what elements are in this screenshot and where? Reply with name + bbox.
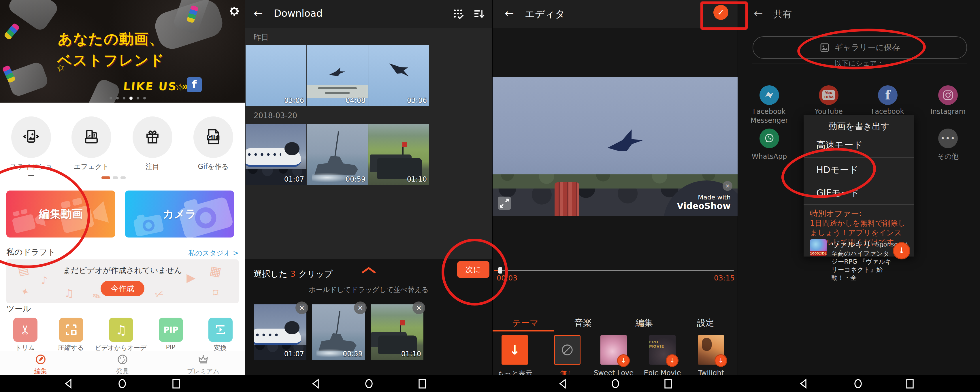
facebook-icon[interactable]: f xyxy=(187,77,202,92)
tab-edit[interactable]: 編集 xyxy=(18,354,64,376)
theme-epic-movie[interactable]: EPIC MOVIE ↓ xyxy=(649,335,676,365)
shortcut-slideshow[interactable]: スライドショー xyxy=(6,116,56,180)
nav-back-button[interactable] xyxy=(63,378,74,389)
share-youtube-icon[interactable]: YouTube xyxy=(819,85,838,105)
banner-title-line1: あなたの動画、 xyxy=(10,29,212,49)
slideshow-icon xyxy=(22,127,40,147)
nav-home-button[interactable] xyxy=(116,378,128,389)
video-thumbnail[interactable]: 00:59 xyxy=(307,124,368,185)
tool-convert[interactable] xyxy=(208,318,232,342)
back-arrow-icon[interactable]: ← xyxy=(254,7,263,20)
shortcut-effects[interactable]: エフェクト xyxy=(67,116,116,171)
my-studio-link[interactable]: 私のスタジオ > xyxy=(188,249,239,258)
video-thumbnail[interactable]: 01:10 xyxy=(368,124,429,185)
nav-recents-button[interactable] xyxy=(904,378,916,389)
fullscreen-icon[interactable] xyxy=(498,197,511,210)
selected-count: 3 xyxy=(287,269,298,279)
ad-badge: 1000万DL xyxy=(810,251,827,256)
active-tab-underline xyxy=(493,330,554,331)
theme-download-badge[interactable]: ↓ xyxy=(714,354,727,367)
share-whatsapp-icon[interactable] xyxy=(759,129,779,148)
tab-discover[interactable]: 発見 xyxy=(99,354,146,376)
menu-item-fast-mode[interactable]: 高速モード xyxy=(816,139,863,151)
video-thumbnail[interactable]: 01:07 xyxy=(246,124,306,185)
selected-clip[interactable]: 01:07 × xyxy=(254,304,306,360)
tool-pip[interactable]: PIP xyxy=(159,318,183,342)
edit-video-button[interactable]: 編集動画 xyxy=(6,191,115,237)
bottom-tab-bar: 編集 発見 プレミアム xyxy=(0,351,245,375)
nav-back-button[interactable] xyxy=(798,378,809,389)
video-preview[interactable]: × Made with VideoShow xyxy=(493,77,738,216)
selected-clip[interactable]: 01:10 × xyxy=(371,304,423,360)
menu-item-gif-mode[interactable]: GIFモード xyxy=(816,187,859,199)
theme-more[interactable]: ↓ xyxy=(501,335,528,365)
shortcut-featured[interactable]: 注目 xyxy=(128,116,177,171)
share-facebook-icon[interactable]: f xyxy=(878,85,897,105)
like-us-text: LIKE US » xyxy=(123,80,190,93)
collapse-chevron-icon[interactable] xyxy=(361,267,376,275)
create-now-button[interactable]: 今作成 xyxy=(100,281,145,296)
nav-home-button[interactable] xyxy=(852,378,864,389)
selected-clips-sheet: 選択した3クリップ 次に ホールドしてドラッグして並べ替える 01:07 × 0… xyxy=(245,259,492,375)
promo-banner[interactable]: ☆ ☆ あなたの動画、 ベストフレンド LIKE US » f xyxy=(0,0,245,103)
tool-video-to-audio[interactable]: ♫ xyxy=(109,318,133,342)
remove-clip-button[interactable]: × xyxy=(296,301,308,314)
tab-premium[interactable]: プレミアム xyxy=(180,354,226,376)
watermark-close-icon[interactable]: × xyxy=(722,181,732,191)
timeline-track[interactable] xyxy=(502,270,734,271)
confirm-check-button[interactable]: ✓ xyxy=(713,5,729,20)
tab-settings[interactable]: 設定 xyxy=(682,317,729,329)
nav-recents-button[interactable] xyxy=(662,378,674,389)
ad-thumbnail[interactable]: 1000万DL xyxy=(810,239,827,256)
ad-description: 至高のハイファンタジーRPG 『ヴァルキリーコネクト』始動！・全 xyxy=(831,250,894,282)
panel-home: ☆ ☆ あなたの動画、 ベストフレンド LIKE US » f スライドショー … xyxy=(0,0,245,392)
music-note-icon: ♫ xyxy=(115,322,127,337)
back-arrow-icon[interactable]: ← xyxy=(754,7,763,20)
share-messenger-icon[interactable] xyxy=(759,85,779,105)
tab-edit[interactable]: 編集 xyxy=(621,317,667,329)
multi-select-icon[interactable] xyxy=(452,8,465,22)
panel-share: ← 共有 ギャラリーに保存 以下にシェア： YouTube f Facebook… xyxy=(738,0,980,392)
remove-clip-button[interactable]: × xyxy=(412,301,425,314)
theme-none[interactable] xyxy=(554,335,581,365)
nav-back-button[interactable] xyxy=(557,378,569,389)
next-button[interactable]: 次に xyxy=(457,261,489,278)
settings-gear-icon[interactable] xyxy=(228,5,240,18)
video-thumbnail[interactable]: 03:06 xyxy=(368,45,429,106)
share-instagram-icon[interactable] xyxy=(938,85,958,105)
banner-carousel-dots xyxy=(110,97,146,100)
nav-home-button[interactable] xyxy=(609,378,621,389)
nav-home-button[interactable] xyxy=(363,378,375,389)
theme-twilight[interactable]: ↓ xyxy=(698,335,724,365)
selected-clip[interactable]: 00:59 × xyxy=(312,304,365,360)
banner-title-line2: ベストフレンド xyxy=(10,51,212,70)
video-thumbnail[interactable]: 03:06 xyxy=(246,45,306,106)
divider xyxy=(906,63,967,64)
ad-download-button[interactable]: ↓ xyxy=(893,242,910,260)
tool-trim[interactable]: ✂ xyxy=(13,318,37,342)
nav-back-button[interactable] xyxy=(310,378,322,389)
timeline-scrubber[interactable] xyxy=(498,267,502,274)
nav-recents-button[interactable] xyxy=(170,378,182,389)
share-more-icon[interactable]: ••• xyxy=(938,129,958,148)
nav-recents-button[interactable] xyxy=(417,378,428,389)
sort-icon[interactable] xyxy=(472,8,485,22)
selected-count-label: 選択した3クリップ xyxy=(254,268,333,280)
camera-button[interactable]: カメラ xyxy=(125,191,234,237)
tab-theme[interactable]: テーマ xyxy=(503,317,549,329)
remove-clip-button[interactable]: × xyxy=(354,301,367,314)
theme-download-badge[interactable]: ↓ xyxy=(666,354,679,367)
tool-compress[interactable] xyxy=(59,318,83,342)
drafts-title: 私のドラフト xyxy=(6,247,56,258)
tab-music[interactable]: 音楽 xyxy=(560,317,606,329)
back-arrow-icon[interactable]: ← xyxy=(505,7,514,20)
videoshow-app-composite: ☆ ☆ あなたの動画、 ベストフレンド LIKE US » f スライドショー … xyxy=(0,0,980,392)
menu-item-hd-mode[interactable]: HDモード xyxy=(816,164,858,177)
theme-download-badge[interactable]: ↓ xyxy=(617,354,630,367)
video-thumbnail[interactable]: 04:08 xyxy=(307,45,368,106)
theme-sweet-love[interactable]: ↓ xyxy=(600,335,627,365)
editor-header: ← エディタ ✓ xyxy=(493,0,738,28)
save-to-gallery-button[interactable]: ギャラリーに保存 xyxy=(752,36,967,59)
shortcut-make-gif[interactable]: GIF Gifを作る xyxy=(189,116,238,171)
download-header: ← Download xyxy=(245,0,492,28)
